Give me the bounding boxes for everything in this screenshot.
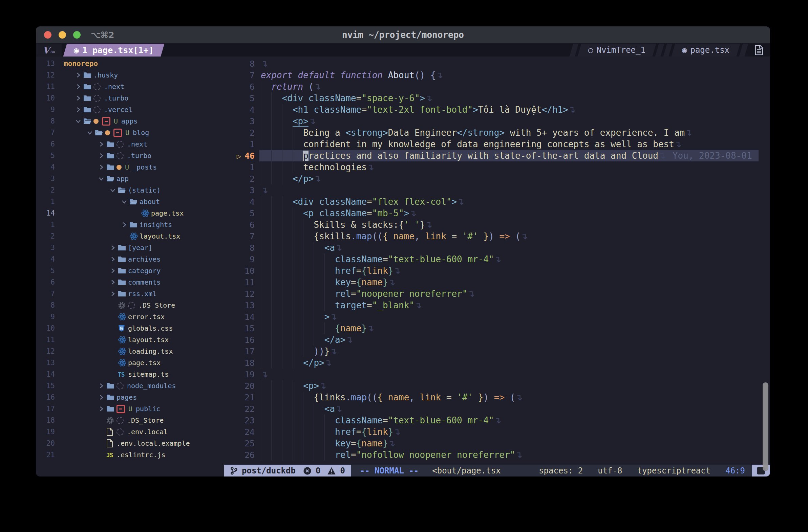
code-line[interactable]: 13 target="_blank"↴ [224, 300, 770, 311]
tree-row[interactable]: 6comments [36, 277, 224, 288]
code-line[interactable]: 16 </a>↴ [224, 334, 770, 345]
tree-row[interactable]: 2(static) [36, 185, 224, 196]
tree-row[interactable]: 1about [36, 196, 224, 207]
code-token: link [425, 231, 446, 241]
tree-row[interactable]: 5.turbo [36, 150, 224, 162]
fold-marker-icon[interactable]: ▷ [237, 152, 241, 160]
tree-row[interactable]: 21JS.eslintrc.js [36, 449, 224, 461]
code-line[interactable]: 10 href={link}↴ [224, 265, 770, 277]
tree-row[interactable]: 14TSsitemap.ts [36, 368, 224, 380]
code-line[interactable]: 5 <p className="mb-5">↴ [224, 207, 770, 219]
code-line[interactable]: 3↴ [224, 185, 770, 196]
indent-guide [271, 230, 282, 242]
tab-page-tsx-active[interactable]: ◉1 page.tsx[1+] [63, 44, 165, 57]
tree-row[interactable]: 14page.tsx [36, 207, 224, 219]
code-line[interactable]: 22 <a↴ [224, 403, 770, 415]
tree-row[interactable]: 19.env.local [36, 426, 224, 438]
indent-guide [282, 104, 293, 115]
tree-row[interactable]: 9.vercel [36, 104, 224, 115]
code-line[interactable]: 15 {name}↴ [224, 323, 770, 334]
code-line[interactable]: 12 rel="noopener noreferrer"↴ [224, 288, 770, 300]
code-line[interactable]: 25 key={name}↴ [224, 438, 770, 449]
tree-row[interactable]: 17Upublic [36, 403, 224, 415]
tree-row[interactable]: 13monorepo [36, 58, 224, 69]
tree-row[interactable]: 3app [36, 173, 224, 185]
code-line[interactable]: 8↴ [224, 58, 770, 69]
code-editor[interactable]: 8↴7export default function About() {↴6 r… [224, 57, 770, 476]
tree-row[interactable]: 11layout.tsx [36, 334, 224, 345]
tree-row[interactable]: 2layout.tsx [36, 230, 224, 242]
tree-row[interactable]: 4archives [36, 253, 224, 265]
code-line[interactable]: ▷46 practices and also familiarity with … [224, 150, 770, 162]
code-line[interactable]: 14 >↴ [224, 311, 770, 323]
indent-guide [325, 415, 335, 426]
tree-row[interactable]: 13page.tsx [36, 357, 224, 368]
code-token: > [325, 312, 330, 322]
tree-row[interactable]: 9error.tsx [36, 311, 224, 323]
code-line[interactable]: 3 <p>↴ [224, 115, 770, 127]
code-token: > [452, 197, 457, 207]
tree-row[interactable]: 7Ublog [36, 127, 224, 138]
code-line-content: <h1 className="text-2xl font-bold">Tôi l… [261, 104, 576, 115]
code-line[interactable]: 2 Being a <strong>Data Engineer</strong>… [224, 127, 770, 138]
tree-row[interactable]: 7rss.xml [36, 288, 224, 300]
indent-guide [271, 173, 282, 185]
code-line[interactable]: 4 <h1 className="text-2xl font-bold">Tôi… [224, 104, 770, 115]
minimize-button[interactable] [59, 31, 66, 39]
code-line[interactable]: 21 {links.map(({ name, link = '#' }) => … [224, 392, 770, 403]
code-line[interactable]: 18 </p>↴ [224, 357, 770, 368]
tree-row[interactable]: 1insights [36, 219, 224, 230]
tree-row[interactable]: 20.env.local.example [36, 438, 224, 449]
tab-nvimtree[interactable]: ○NvimTree_1 [578, 44, 656, 57]
tree-row[interactable]: 16pages [36, 392, 224, 403]
tab-page-tsx[interactable]: ◉page.tsx [672, 44, 740, 57]
code-line[interactable]: 20 <p>↴ [224, 380, 770, 392]
bufferline: Vim ◉1 page.tsx[1+] ○NvimTree_1 ◉page.ts… [36, 44, 770, 57]
code-line[interactable]: 17 ))}↴ [224, 345, 770, 357]
tree-row[interactable]: 11.next [36, 81, 224, 92]
code-line[interactable]: 8 <a↴ [224, 242, 770, 253]
code-line[interactable]: 7 {skills.map(({ name, link = '#' }) => … [224, 230, 770, 242]
tree-row[interactable]: 3[year] [36, 242, 224, 253]
code-line[interactable]: 26 rel="nofollow noopener noreferrer"↴ [224, 449, 770, 461]
filetype-label: typescriptreact [637, 466, 711, 475]
close-button[interactable] [44, 31, 52, 39]
tree-line-number: 13 [36, 359, 55, 367]
tree-row[interactable]: 10globals.css [36, 323, 224, 334]
tree-entry-name: .turbo [127, 152, 151, 160]
code-line[interactable]: 2 </p>↴ [224, 173, 770, 185]
code-line[interactable]: 5 <div className="space-y-6">↴ [224, 92, 770, 104]
tree-row[interactable]: 12.husky [36, 69, 224, 81]
tree-row[interactable]: 18.DS_Store [36, 415, 224, 426]
tree-line-number: 10 [36, 94, 55, 102]
code-line[interactable]: 24 href={link}↴ [224, 426, 770, 438]
code-line[interactable]: 1 confident in my knowledge of data engi… [224, 138, 770, 150]
code-line[interactable]: 6 return (↴ [224, 81, 770, 92]
zoom-button[interactable] [73, 31, 80, 39]
code-line[interactable]: 9 className="text-blue-600 mr-4"↴ [224, 253, 770, 265]
tree-row[interactable]: 6.next [36, 138, 224, 150]
folder-icon [83, 106, 93, 113]
titlebar[interactable]: ⌥⌘2 nvim ~/project/monorepo [36, 26, 770, 44]
tree-row[interactable]: 8Uapps [36, 115, 224, 127]
scrollbar-thumb[interactable] [763, 382, 768, 471]
code-line[interactable]: 7export default function About() {↴ [224, 69, 770, 81]
tree-row[interactable]: 8.DS_Store [36, 300, 224, 311]
indent-guide [261, 357, 271, 368]
code-line[interactable]: 1 technologies↴ [224, 162, 770, 173]
tree-row[interactable]: 5category [36, 265, 224, 277]
code-line[interactable]: 23 className="text-blue-600 mr-4"↴ [224, 415, 770, 426]
git-staged-icon [102, 117, 110, 126]
tree-row[interactable]: 15node_modules [36, 380, 224, 392]
code-line[interactable]: 11 key={name}↴ [224, 277, 770, 288]
code-line[interactable]: 6 Skills & stacks:{' '}↴ [224, 219, 770, 230]
tree-row[interactable]: 10.turbo [36, 92, 224, 104]
code-line[interactable]: 4 <div className="flex flex-col">↴ [224, 196, 770, 207]
eol-marker-icon: ↴ [425, 220, 433, 230]
tree-row[interactable]: 4U_posts [36, 162, 224, 173]
indent-guide [261, 300, 271, 311]
document-icon[interactable] [748, 44, 770, 57]
tree-row[interactable]: 12loading.tsx [36, 345, 224, 357]
code-line[interactable]: 19↴ [224, 368, 770, 380]
code-line-content: confident in my knowledge of data engine… [261, 139, 682, 149]
